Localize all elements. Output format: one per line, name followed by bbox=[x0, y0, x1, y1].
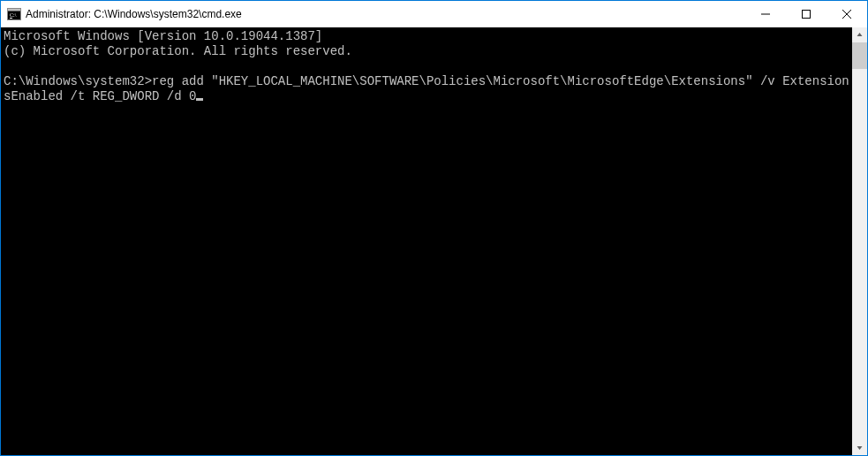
window-controls bbox=[745, 1, 867, 27]
svg-text:C:\: C:\ bbox=[10, 12, 17, 18]
cmd-window: C:\ Administrator: C:\Windows\system32\c… bbox=[0, 0, 868, 456]
scrollbar-track[interactable] bbox=[852, 42, 867, 440]
window-title: Administrator: C:\Windows\system32\cmd.e… bbox=[26, 8, 745, 20]
svg-rect-5 bbox=[803, 11, 811, 19]
terminal-prompt: C:\Windows\system32> bbox=[4, 74, 152, 88]
scrollbar-thumb[interactable] bbox=[852, 42, 867, 69]
vertical-scrollbar[interactable] bbox=[852, 27, 867, 455]
minimize-button[interactable] bbox=[745, 1, 786, 27]
scroll-up-button[interactable] bbox=[852, 27, 867, 42]
terminal-output[interactable]: Microsoft Windows [Version 10.0.19044.13… bbox=[1, 27, 852, 455]
client-area: Microsoft Windows [Version 10.0.19044.13… bbox=[1, 27, 867, 455]
terminal-blank-line bbox=[4, 59, 852, 74]
svg-rect-1 bbox=[8, 9, 20, 11]
terminal-cursor bbox=[196, 98, 203, 101]
cmd-icon: C:\ bbox=[7, 7, 21, 21]
maximize-button[interactable] bbox=[786, 1, 826, 27]
titlebar[interactable]: C:\ Administrator: C:\Windows\system32\c… bbox=[1, 1, 867, 27]
terminal-line: Microsoft Windows [Version 10.0.19044.13… bbox=[4, 29, 852, 44]
close-button[interactable] bbox=[826, 1, 867, 27]
terminal-line: (c) Microsoft Corporation. All rights re… bbox=[4, 44, 852, 59]
svg-rect-3 bbox=[10, 18, 12, 19]
scroll-down-button[interactable] bbox=[852, 440, 867, 455]
